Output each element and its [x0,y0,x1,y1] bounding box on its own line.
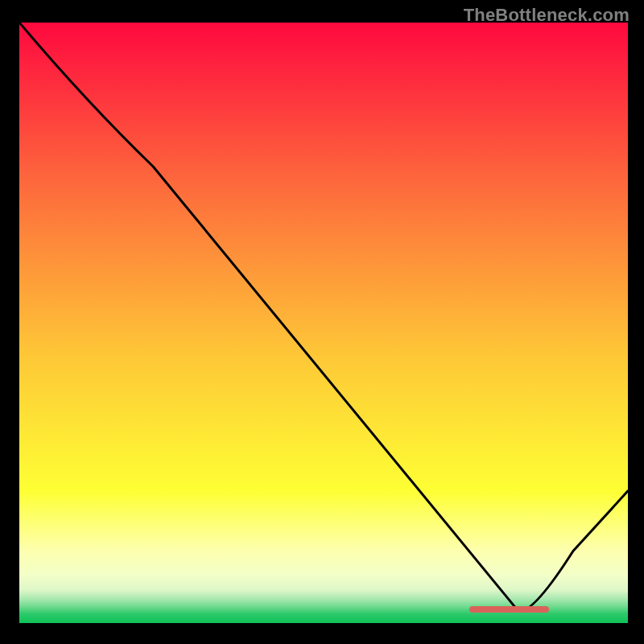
gradient-background [19,23,628,623]
watermark-text: TheBottleneck.com [464,5,630,26]
chart-stage: TheBottleneck.com [0,0,644,644]
chart-svg [19,23,628,623]
optimum-marker [469,606,548,613]
plot-area [19,23,628,623]
